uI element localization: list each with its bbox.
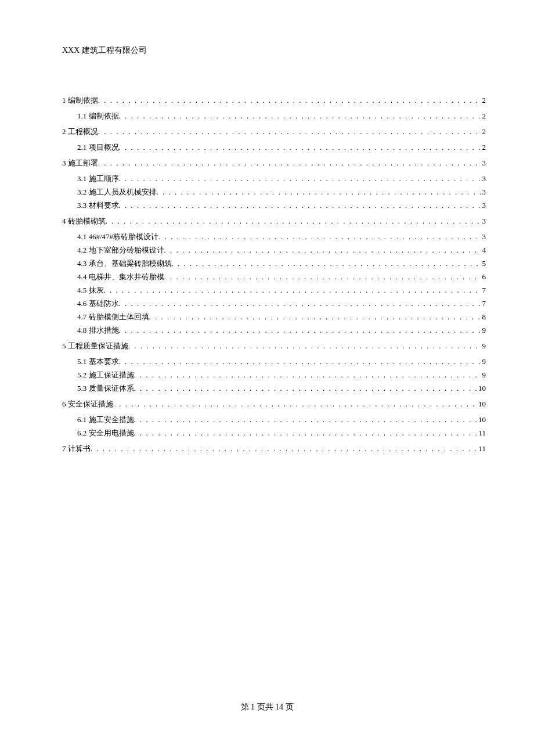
toc-entry: 2.1 项目概况2	[62, 143, 486, 151]
toc-entry: 1 编制依据2	[62, 96, 486, 104]
toc-dots	[104, 286, 481, 294]
toc-dots	[134, 384, 477, 392]
toc-entry-title: 1.1 编制依据	[77, 112, 119, 120]
toc-dots	[128, 342, 481, 350]
toc-dots	[119, 358, 481, 365]
toc-entry-page: 5	[481, 260, 486, 267]
toc-entry-title: 5.3 质量保证体系	[77, 384, 134, 392]
toc-dots	[91, 445, 477, 452]
toc-entry-title: 3.1 施工顺序	[77, 175, 119, 182]
toc-entry-page: 2	[481, 143, 486, 151]
toc-entry-page: 6	[481, 273, 486, 280]
toc-entry-title: 2.1 项目概况	[77, 143, 119, 151]
toc-entry-page: 3	[481, 188, 486, 196]
toc-entry-page: 3	[481, 201, 486, 209]
page-content: XXX 建筑工程有限公司 1 编制依据21.1 编制依据22 工程概况22.1 …	[0, 0, 534, 452]
toc-entry: 7 计算书11	[62, 445, 486, 452]
toc-entry: 3 施工部署3	[62, 159, 486, 167]
toc-entry-title: 7 计算书	[62, 445, 91, 452]
toc-entry: 5 工程质量保证措施9	[62, 342, 486, 350]
toc-dots	[164, 273, 481, 280]
toc-dots	[172, 260, 481, 267]
toc-entry-page: 3	[481, 233, 486, 240]
toc-entry-title: 3.2 施工人员及机械安排	[77, 188, 157, 196]
toc-entry-title: 4.8 排水措施	[77, 326, 119, 334]
toc-dots	[98, 128, 481, 135]
page-number: 第 1 页共 14 页	[241, 703, 294, 711]
toc-dots	[119, 201, 481, 209]
toc-entry-page: 9	[481, 342, 486, 350]
toc-entry: 4.5 抹灰7	[62, 286, 486, 294]
toc-dots	[158, 233, 480, 240]
toc-entry-page: 3	[481, 175, 486, 182]
toc-entry-title: 5 工程质量保证措施	[62, 342, 128, 350]
toc-entry: 4.4 电梯井、集水井砖胎模6	[62, 273, 486, 280]
toc-entry-title: 4 砖胎模砌筑	[62, 217, 106, 225]
page-footer: 第 1 页共 14 页	[0, 702, 534, 712]
toc-entry-page: 3	[481, 159, 486, 167]
toc-entry: 4.6 基础防水7	[62, 300, 486, 307]
toc-entry: 6.2 安全用电措施11	[62, 429, 486, 437]
toc-dots	[119, 143, 481, 151]
table-of-contents: 1 编制依据21.1 编制依据22 工程概况22.1 项目概况23 施工部署33…	[62, 96, 486, 452]
toc-entry-title: 4.7 砖胎模侧土体回填	[77, 313, 149, 321]
toc-entry: 4.7 砖胎模侧土体回填8	[62, 313, 486, 321]
toc-dots	[119, 326, 481, 334]
toc-dots	[134, 416, 477, 423]
company-header: XXX 建筑工程有限公司	[62, 45, 486, 56]
toc-entry-title: 3.3 材料要求	[77, 201, 119, 209]
toc-entry: 3.2 施工人员及机械安排3	[62, 188, 486, 196]
toc-entry: 3.3 材料要求3	[62, 201, 486, 209]
toc-entry-page: 10	[477, 416, 486, 423]
toc-entry-page: 2	[481, 128, 486, 135]
toc-entry-page: 7	[481, 286, 486, 294]
toc-dots	[157, 188, 481, 196]
toc-entry: 2 工程概况2	[62, 128, 486, 135]
toc-dots	[149, 313, 481, 321]
toc-dots	[164, 246, 481, 254]
toc-entry-title: 6.1 施工安全措施	[77, 416, 134, 423]
toc-entry: 3.1 施工顺序3	[62, 175, 486, 182]
toc-entry-page: 9	[481, 358, 486, 365]
company-name: XXX 建筑工程有限公司	[62, 46, 147, 55]
toc-entry-page: 3	[481, 217, 486, 225]
toc-dots	[119, 300, 481, 307]
toc-entry-title: 4.5 抹灰	[77, 286, 104, 294]
toc-entry-title: 6 安全保证措施	[62, 400, 113, 408]
toc-entry-page: 11	[477, 445, 486, 452]
toc-entry-title: 1 编制依据	[62, 96, 98, 104]
toc-entry: 4.1 46#/47#栋砖胎模设计3	[62, 233, 486, 240]
toc-entry-title: 4.2 地下室部分砖胎模设计	[77, 246, 164, 254]
toc-entry: 4 砖胎模砌筑3	[62, 217, 486, 225]
toc-dots	[106, 217, 481, 225]
toc-entry-title: 3 施工部署	[62, 159, 98, 167]
toc-entry: 4.3 承台、基础梁砖胎模砌筑5	[62, 260, 486, 267]
toc-entry-title: 5.1 基本要求	[77, 358, 119, 365]
toc-dots	[119, 175, 481, 182]
toc-entry-title: 4.4 电梯井、集水井砖胎模	[77, 273, 164, 280]
toc-entry-title: 4.1 46#/47#栋砖胎模设计	[77, 233, 158, 240]
toc-entry-page: 2	[481, 112, 486, 120]
toc-dots	[134, 371, 481, 379]
toc-entry-page: 7	[481, 300, 486, 307]
toc-entry-title: 5.2 施工保证措施	[77, 371, 134, 379]
toc-entry-page: 10	[477, 400, 486, 408]
toc-entry-title: 4.3 承台、基础梁砖胎模砌筑	[77, 260, 172, 267]
toc-dots	[119, 112, 481, 120]
toc-entry-page: 11	[477, 429, 486, 437]
toc-dots	[98, 159, 481, 167]
toc-dots	[134, 429, 477, 437]
toc-entry-page: 9	[481, 371, 486, 379]
toc-entry-page: 2	[481, 96, 486, 104]
toc-entry-page: 4	[481, 246, 486, 254]
toc-entry: 5.3 质量保证体系10	[62, 384, 486, 392]
toc-entry-page: 10	[477, 384, 486, 392]
toc-entry-page: 9	[481, 326, 486, 334]
toc-entry: 6 安全保证措施10	[62, 400, 486, 408]
toc-entry: 6.1 施工安全措施10	[62, 416, 486, 423]
toc-dots	[98, 96, 481, 104]
toc-entry-title: 6.2 安全用电措施	[77, 429, 134, 437]
toc-entry: 1.1 编制依据2	[62, 112, 486, 120]
toc-entry: 5.2 施工保证措施9	[62, 371, 486, 379]
toc-entry-title: 2 工程概况	[62, 128, 98, 135]
